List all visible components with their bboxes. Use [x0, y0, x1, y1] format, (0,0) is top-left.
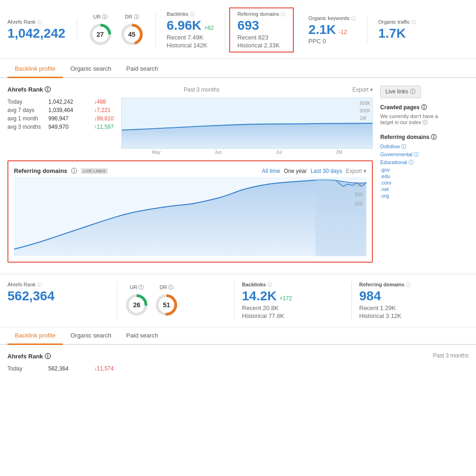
bottom-rank-info[interactable]: ⓘ — [45, 353, 51, 360]
bottom-dr-circle: 51 — [154, 293, 178, 317]
tab-organic-search[interactable]: Organic search — [63, 60, 119, 77]
bottom-ref-domains-label: Referring domains ⓘ — [359, 282, 461, 288]
tab-paid-search[interactable]: Paid search — [119, 60, 166, 77]
bottom-dr-info[interactable]: ⓘ — [168, 284, 173, 290]
ref-export-button[interactable]: Export ▾ — [346, 168, 366, 174]
organic-traffic-info-icon[interactable]: ⓘ — [411, 20, 416, 25]
gov-link[interactable]: .gov — [380, 167, 469, 172]
bottom-rank-section: Ahrefs Rank ⓘ Past 3 months Today 562,36… — [0, 345, 476, 380]
ref-domains-info-icon[interactable]: ⓘ — [71, 167, 77, 175]
bottom-dr-gauge: DR ⓘ 51 — [154, 284, 178, 317]
com-link[interactable]: .com — [380, 180, 469, 185]
bottom-tabs: Backlink profile Organic search Paid sea… — [0, 327, 476, 345]
ahrefs-rank-stat: Ahrefs Rank ⓘ 1,042,242 — [7, 19, 77, 41]
ahrefs-rank-value: 1,042,242 — [7, 26, 66, 41]
rank-table-container: Today 1,042,242 ↓488 avg 7 days 1,039,46… — [7, 98, 114, 155]
backlinks-change: +82 — [204, 25, 213, 31]
net-link[interactable]: .net — [380, 186, 469, 192]
bottom-bl-info[interactable]: ⓘ — [267, 282, 272, 287]
right-referring-domains-title: Referring domains ⓘ — [380, 133, 469, 141]
export-button[interactable]: Export ▾ — [352, 86, 373, 93]
ahrefs-rank-info-icon[interactable]: ⓘ — [37, 20, 42, 25]
ref-domains-header: Referring domains ⓘ LIVE LINKS All time … — [14, 167, 366, 175]
bottom-tab-backlink-profile[interactable]: Backlink profile — [7, 327, 63, 345]
organic-keywords-ppc: PPC 0 — [309, 38, 356, 45]
bottom-tab-paid-search[interactable]: Paid search — [119, 327, 166, 344]
referring-domains-historical: Historical 2.33K — [238, 42, 285, 49]
crawled-pages-section: Crawled pages ⓘ We currently don't have … — [380, 104, 469, 126]
backlinks-info-icon[interactable]: ⓘ — [190, 12, 194, 17]
edu-link[interactable]: .edu — [380, 173, 469, 179]
bottom-backlinks-label: Backlinks ⓘ — [242, 282, 344, 288]
referring-domains-section: Referring domains ⓘ LIVE LINKS All time … — [7, 160, 373, 263]
backlinks-recent: Recent 7.49K — [167, 34, 214, 41]
backlinks-label: Backlinks ⓘ — [167, 11, 214, 18]
rank-row-today: Today 1,042,242 ↓488 — [7, 98, 114, 106]
bottom-ref-domains-recent: Recent 1.29K — [359, 304, 461, 311]
rank-row-avg3m: avg 3 months 949,970 ↑11,597 — [7, 123, 114, 131]
ur-info-icon[interactable]: ⓘ — [102, 14, 107, 20]
ur-circle: 27 — [88, 22, 112, 46]
crawled-pages-title: Crawled pages ⓘ — [380, 104, 469, 112]
bottom-ur-info[interactable]: ⓘ — [139, 284, 144, 290]
bottom-rank-header: Ahrefs Rank ⓘ Past 3 months — [7, 352, 469, 361]
organic-keywords-label: Organic keywords ⓘ — [309, 15, 356, 22]
backlinks-value: 6.96K — [167, 19, 202, 33]
time-filter-alltime[interactable]: All time — [262, 168, 280, 174]
organic-keywords-change: -12 — [339, 29, 347, 35]
ref-y-labels: 750500250 — [355, 181, 363, 209]
rank-row-avg1m: avg 1 month 996,947 ↓99,810 — [7, 114, 114, 123]
dr-label: DR ⓘ — [125, 13, 139, 20]
organic-keywords-info-icon[interactable]: ⓘ — [351, 16, 356, 21]
org-link[interactable]: .org — [380, 193, 469, 198]
tab-backlink-profile[interactable]: Backlink profile — [7, 60, 63, 78]
dofollow-link[interactable]: Dofollow ⓘ — [380, 143, 469, 150]
time-filters: All time One year Last 30 days Export ▾ — [262, 168, 366, 174]
live-links-button[interactable]: Live links ⓘ — [380, 86, 421, 98]
bottom-ref-domains-historical: Historical 3.12K — [359, 312, 461, 319]
referring-domains-info-icon[interactable]: ⓘ — [281, 12, 285, 17]
ahrefs-rank-section-title: Ahrefs Rank ⓘ — [7, 86, 51, 94]
top-chart-x-labels: May Jun Jul 2M — [121, 150, 373, 155]
backlinks-historical: Historical 142K — [167, 42, 214, 49]
backlinks-stat: Backlinks ⓘ 6.96K +82 Recent 7.49K Histo… — [156, 11, 225, 49]
organic-keywords-value: 2.1K — [309, 23, 336, 37]
bottom-rank-row-today: Today 562,364 ↓11,574 — [7, 364, 469, 373]
time-filter-last30[interactable]: Last 30 days — [311, 168, 342, 174]
top-chart-y-labels: 800K900K1M — [360, 100, 370, 122]
rank-and-chart: Today 1,042,242 ↓488 avg 7 days 1,039,46… — [7, 98, 373, 155]
dr-info-icon[interactable]: ⓘ — [134, 14, 139, 20]
bottom-dr-value: 51 — [163, 301, 170, 309]
ahrefs-rank-section-info[interactable]: ⓘ — [45, 86, 51, 93]
left-panel: Ahrefs Rank ⓘ Past 3 months Export ▾ Tod… — [7, 86, 373, 263]
bottom-ar-info[interactable]: ⓘ — [37, 282, 42, 287]
bottom-backlinks-change: +172 — [279, 295, 292, 302]
educational-link[interactable]: Educational ⓘ — [380, 159, 469, 166]
right-ref-info[interactable]: ⓘ — [431, 134, 436, 140]
bottom-ahrefs-rank-value: 562,364 — [7, 289, 109, 304]
bottom-tab-organic-search[interactable]: Organic search — [63, 327, 119, 344]
crawled-pages-index-info[interactable]: ⓘ — [423, 119, 428, 125]
bottom-rd-info[interactable]: ⓘ — [406, 282, 410, 287]
dr-gauge: DR ⓘ 45 — [120, 13, 144, 46]
ref-chart-svg — [14, 177, 366, 256]
top-chart: 800K900K1M May Jun Jul 2M — [121, 98, 373, 155]
bottom-ur-circle: 26 — [125, 293, 149, 317]
bottom-ahrefs-rank: Ahrefs Rank ⓘ 562,364 — [7, 282, 117, 319]
gauge-block: UR ⓘ 27 DR ⓘ 45 — [77, 13, 156, 46]
dr-value: 45 — [128, 31, 136, 38]
top-stats-bar: Ahrefs Rank ⓘ 1,042,242 UR ⓘ 27 DR ⓘ — [0, 0, 476, 59]
ahrefs-rank-label: Ahrefs Rank ⓘ — [7, 19, 66, 26]
organic-traffic-label: Organic traffic ⓘ — [378, 19, 416, 26]
bottom-backlinks: Backlinks ⓘ 14.2K +172 Recent 20.8K Hist… — [235, 282, 352, 319]
ur-label: UR ⓘ — [93, 13, 107, 20]
ref-chart-area: 750500250 — [14, 177, 366, 256]
crawled-pages-info[interactable]: ⓘ — [421, 104, 427, 111]
organic-traffic-stat: Organic traffic ⓘ 1.7K — [367, 19, 427, 41]
governmental-link[interactable]: Governmental ⓘ — [380, 151, 469, 158]
referring-domains-stat: Referring domains ⓘ 693 Recent 823 Histo… — [229, 7, 294, 53]
time-filter-oneyear[interactable]: One year — [284, 168, 307, 174]
top-chart-svg — [122, 98, 372, 148]
ur-gauge: UR ⓘ 27 — [88, 13, 112, 46]
bottom-gauges: UR ⓘ 26 DR ⓘ 51 — [117, 282, 234, 319]
